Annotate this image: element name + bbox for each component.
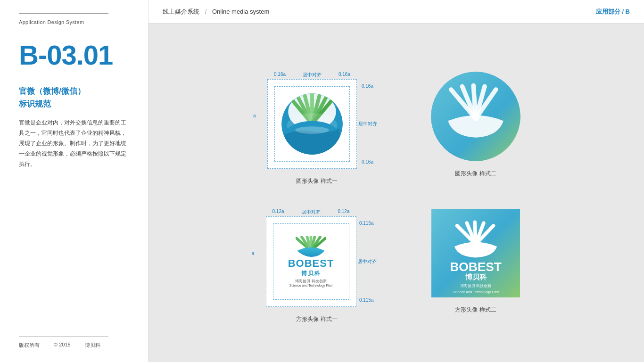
breadcrumb-cn: 线上媒介系统 (163, 8, 199, 15)
section-description: 官微是企业对内，对外交换信息的重要的工具之一，它同时也代表了企业的精神风貌，展现… (19, 118, 129, 169)
circle-logo-style2 (431, 72, 520, 161)
circle-logo-style1 (281, 93, 343, 155)
square2-caption: 方形头像 样式二 (455, 306, 496, 314)
app-title: Application Design System (19, 19, 129, 25)
square1-dim-top-right: 0.12a (338, 209, 349, 215)
svg-point-12 (295, 126, 329, 134)
left-panel: Application Design System B-03.01 官微（微博/… (0, 0, 149, 362)
copyright-company: 博贝科 (85, 342, 100, 349)
content-grid: 0.16a 居中对齐 0.16a (252, 62, 541, 323)
square-logo-style1: BOBEST 博贝科 博海拾贝 科技创新 Science and Technol… (278, 229, 344, 295)
svg-text:博贝科: 博贝科 (465, 273, 487, 281)
square1-dim-right-mid: 居中对齐 (358, 258, 377, 265)
circle2-caption: 圆形头像 样式二 (455, 170, 496, 178)
square1-dim-top-left: 0.12a (272, 209, 284, 215)
square1-dim-top-center: 居中对齐 (302, 209, 321, 215)
circle1-dim-top-left: 0.16a (274, 72, 286, 78)
circle1-dim-top-right: 0.16a (339, 72, 350, 78)
breadcrumb: 线上媒介系统 / Online media system (163, 8, 269, 16)
circle1-dim-right-top: 0.16a (362, 83, 373, 89)
section-cn: 应用部分 (596, 8, 620, 15)
left-footer: 版权所有 © 2018 博贝科 (19, 337, 129, 362)
circle-style2-box: 圆形头像 样式二 (411, 62, 541, 178)
square-style1-box: 0.12a 居中对齐 0.12a (252, 199, 382, 323)
circle1-dim-left: a (253, 113, 256, 118)
top-header: 线上媒介系统 / Online media system 应用部分 / B (149, 0, 644, 24)
app-section: 应用部分 / B (596, 8, 630, 16)
circle-style1-box: 0.16a 居中对齐 0.16a (252, 62, 382, 185)
section-title-line1: 官微（微博/微信） (19, 87, 85, 96)
right-panel: 线上媒介系统 / Online media system 应用部分 / B 0.… (149, 0, 644, 362)
circle1-dim-right-mid: 居中对齐 (358, 121, 377, 127)
bottom-border (19, 337, 108, 337)
square-logo-style2: BOBEST 博贝科 博海拾贝 科技创新 Science and Technol… (431, 209, 520, 297)
circle1-caption: 圆形头像 样式一 (296, 177, 337, 185)
square1-dim-right-bot: 0.115a (359, 297, 374, 303)
section-title: 官微（微博/微信） 标识规范 (19, 85, 129, 110)
section-code: B (626, 8, 630, 15)
copyright-label: 版权所有 (19, 342, 40, 349)
top-border (19, 13, 108, 14)
copyright-year: © 2018 (54, 342, 71, 349)
section-divider: / (622, 8, 625, 15)
circle1-dim-top-center: 居中对齐 (303, 72, 322, 78)
copyright: 版权所有 © 2018 博贝科 (19, 342, 129, 349)
main-content: 0.16a 居中对齐 0.16a (149, 24, 644, 362)
breadcrumb-divider: / (205, 8, 207, 15)
square-style2-box: BOBEST 博贝科 博海拾贝 科技创新 Science and Technol… (411, 199, 541, 314)
section-title-line2: 标识规范 (19, 99, 51, 108)
square1-dim-right-top: 0.115a (359, 221, 374, 226)
circle1-dim-right-bot: 0.16a (362, 159, 373, 165)
svg-text:BOBEST: BOBEST (450, 260, 502, 274)
breadcrumb-en: Online media system (212, 8, 269, 15)
svg-text:Science and Technology First: Science and Technology First (453, 290, 499, 294)
page-code: B-03.01 (19, 39, 129, 71)
svg-text:博海拾贝  科技创新: 博海拾贝 科技创新 (460, 283, 491, 288)
square1-dim-left: a (252, 251, 255, 256)
square1-caption: 方形头像 样式一 (296, 315, 337, 323)
